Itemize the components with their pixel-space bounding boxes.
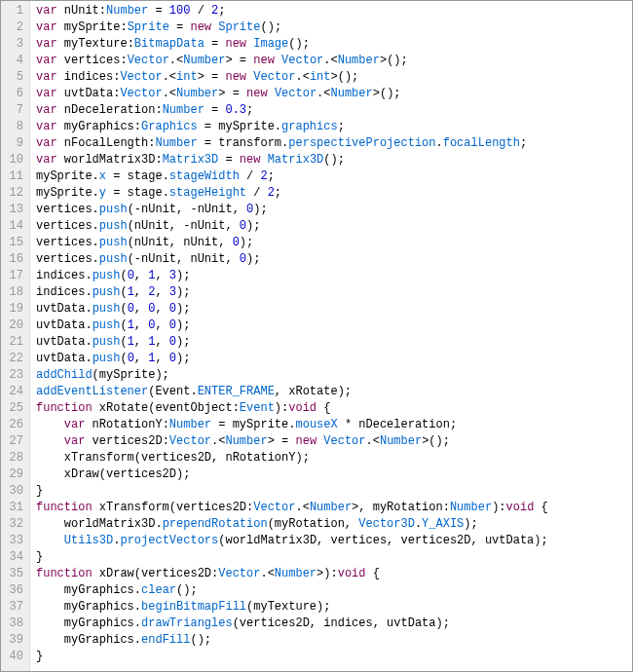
token-ident: ); bbox=[176, 352, 190, 365]
token-dot: . bbox=[169, 54, 176, 67]
code-line[interactable]: uvtData.push(0, 1, 0); bbox=[36, 351, 632, 367]
code-line[interactable]: function xTransform(vertices2D:Vector.<N… bbox=[36, 500, 632, 516]
line-number: 37 bbox=[5, 599, 23, 616]
code-line[interactable]: function xRotate(eventObject:Event):void… bbox=[36, 400, 632, 417]
token-ident: ); bbox=[246, 252, 260, 266]
code-line[interactable]: var nFocalLength:Number = transform.pers… bbox=[36, 135, 632, 152]
token-ident: >(); bbox=[331, 70, 359, 84]
code-line[interactable]: } bbox=[36, 549, 632, 566]
code-line[interactable]: vertices.push(-nUnit, -nUnit, 0); bbox=[36, 202, 632, 218]
token-num: 3 bbox=[169, 269, 176, 282]
line-number: 5 bbox=[5, 69, 23, 86]
code-line[interactable]: var vertices:Vector.<Number> = new Vecto… bbox=[36, 53, 632, 69]
code-line[interactable]: Utils3D.projectVectors(worldMatrix3D, ve… bbox=[36, 533, 632, 549]
token-ident: (Event bbox=[148, 385, 190, 398]
token-ident: uvtData bbox=[36, 318, 85, 332]
token-num: 0 bbox=[128, 302, 134, 316]
code-line[interactable]: myGraphics.clear(); bbox=[36, 582, 632, 599]
token-dot: . bbox=[415, 517, 422, 531]
token-ident: vertices bbox=[57, 54, 121, 67]
token-dot: . bbox=[93, 219, 99, 233]
token-ident: mySprite bbox=[57, 20, 121, 34]
token-op: : bbox=[163, 418, 169, 431]
code-line[interactable]: var nUnit:Number = 100 / 2; bbox=[36, 3, 632, 19]
code-line[interactable]: indices.push(0, 1, 3); bbox=[36, 268, 632, 284]
code-line[interactable]: indices.push(1, 2, 3); bbox=[36, 284, 632, 301]
code-line[interactable]: myGraphics.drawTriangles(vertices2D, ind… bbox=[36, 616, 632, 632]
token-ident: xDraw(vertices2D bbox=[93, 567, 211, 580]
token-num: 1 bbox=[128, 318, 134, 332]
token-prop: stageWidth bbox=[169, 169, 240, 183]
token-prop: endFill bbox=[141, 633, 190, 647]
token-ident: worldMatrix3D bbox=[57, 153, 156, 167]
token-ident: nDeceleration bbox=[57, 103, 156, 117]
line-number: 34 bbox=[5, 549, 23, 566]
code-line[interactable]: function xDraw(vertices2D:Vector.<Number… bbox=[36, 566, 632, 582]
line-number: 16 bbox=[5, 251, 23, 268]
line-number: 38 bbox=[5, 616, 23, 632]
code-line[interactable]: var nRotationY:Number = mySprite.mouseX … bbox=[36, 417, 632, 433]
code-line[interactable]: var myTexture:BitmapData = new Image(); bbox=[36, 36, 632, 53]
token-ident: >): bbox=[316, 567, 338, 580]
code-line[interactable]: vertices.push(-nUnit, nUnit, 0); bbox=[36, 251, 632, 268]
code-line[interactable]: myGraphics.endFill(); bbox=[36, 632, 632, 649]
token-type: Sprite bbox=[128, 20, 169, 34]
token-dot: . bbox=[93, 169, 99, 183]
code-line[interactable]: } bbox=[36, 649, 632, 665]
token-op: : bbox=[233, 401, 240, 415]
code-line[interactable]: vertices.push(nUnit, nUnit, 0); bbox=[36, 235, 632, 251]
token-dot: . bbox=[85, 318, 92, 332]
token-dot: . bbox=[134, 600, 141, 614]
token-type: Vector bbox=[253, 501, 295, 514]
token-prop: ENTER_FRAME bbox=[198, 385, 275, 398]
token-type: Image bbox=[253, 37, 288, 51]
code-line[interactable]: vertices.push(nUnit, -nUnit, 0); bbox=[36, 218, 632, 235]
token-dot: . bbox=[93, 252, 99, 266]
token-type: Number bbox=[331, 87, 373, 100]
line-number: 2 bbox=[5, 19, 23, 36]
token-ident: = bbox=[218, 153, 240, 167]
token-ident: , xRotate); bbox=[275, 385, 352, 398]
code-line[interactable]: worldMatrix3D.prependRotation(myRotation… bbox=[36, 516, 632, 533]
code-line[interactable]: xDraw(vertices2D); bbox=[36, 467, 632, 483]
line-number: 35 bbox=[5, 566, 23, 582]
token-ident: indices bbox=[36, 269, 85, 282]
code-line[interactable]: uvtData.push(1, 0, 0); bbox=[36, 317, 632, 334]
token-num: 3 bbox=[169, 285, 176, 299]
token-type: Number bbox=[450, 501, 492, 514]
code-line[interactable]: var nDeceleration:Number = 0.3; bbox=[36, 102, 632, 119]
token-kw: var bbox=[36, 4, 57, 18]
code-line[interactable]: var indices:Vector.<int> = new Vector.<i… bbox=[36, 69, 632, 86]
code-line[interactable]: mySprite.x = stage.stageWidth / 2; bbox=[36, 168, 632, 185]
token-num: 2 bbox=[260, 169, 267, 183]
code-line[interactable]: uvtData.push(1, 1, 0); bbox=[36, 334, 632, 351]
token-ident: } bbox=[36, 484, 43, 498]
code-line[interactable]: var myGraphics:Graphics = mySprite.graph… bbox=[36, 119, 632, 135]
token-kw: var bbox=[36, 153, 57, 167]
code-line[interactable]: } bbox=[36, 483, 632, 500]
token-ident: ( bbox=[120, 318, 127, 332]
code-area[interactable]: var nUnit:Number = 100 / 2;var mySprite:… bbox=[30, 1, 632, 671]
code-line[interactable]: var vertices2D:Vector.<Number> = new Vec… bbox=[36, 433, 632, 450]
code-line[interactable]: var mySprite:Sprite = new Sprite(); bbox=[36, 19, 632, 36]
token-ident: >(); bbox=[373, 87, 401, 100]
token-type: Number bbox=[169, 418, 211, 431]
token-ident: indices bbox=[36, 285, 85, 299]
code-editor: 1234567891011121314151617181920212223242… bbox=[1, 1, 632, 671]
token-type: Number bbox=[183, 54, 225, 67]
token-prop: projectVectors bbox=[120, 534, 218, 547]
token-kw: function bbox=[36, 501, 93, 514]
code-line[interactable]: mySprite.y = stage.stageHeight / 2; bbox=[36, 185, 632, 202]
token-ident: / bbox=[190, 4, 211, 18]
code-line[interactable]: addEventListener(Event.ENTER_FRAME, xRot… bbox=[36, 384, 632, 400]
code-line[interactable]: xTransform(vertices2D, nRotationY); bbox=[36, 450, 632, 467]
token-dot: . bbox=[295, 501, 302, 514]
code-line[interactable]: var worldMatrix3D:Matrix3D = new Matrix3… bbox=[36, 152, 632, 168]
code-line[interactable]: addChild(mySprite); bbox=[36, 367, 632, 384]
code-line[interactable]: myGraphics.beginBitmapFill(myTexture); bbox=[36, 599, 632, 616]
code-line[interactable]: var uvtData:Vector.<Number> = new Vector… bbox=[36, 86, 632, 102]
code-line[interactable]: uvtData.push(0, 0, 0); bbox=[36, 301, 632, 317]
token-type: Number bbox=[225, 434, 267, 448]
token-ident: , bbox=[155, 335, 168, 349]
token-ident: > = bbox=[225, 54, 253, 67]
